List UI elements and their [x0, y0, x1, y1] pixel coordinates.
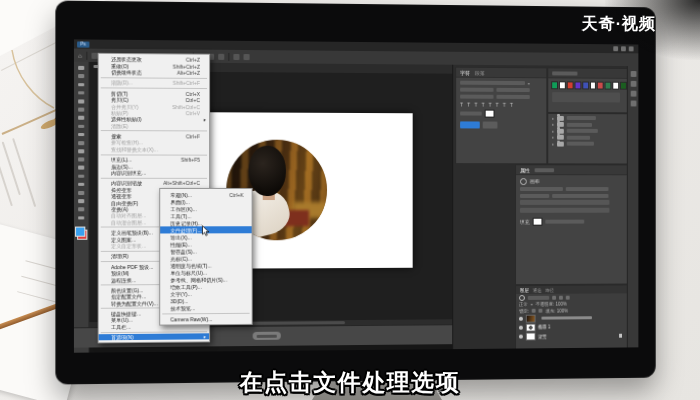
text-style-buttons[interactable]: T T T T T T T T — [456, 98, 546, 107]
submenu-item[interactable] — [162, 312, 249, 314]
color-swatch[interactable] — [551, 81, 558, 89]
tab-character[interactable]: 字符 — [460, 69, 470, 75]
font-size-field[interactable] — [460, 88, 493, 92]
photoshop-window: Ps ⌂ 自动选择: 图层 ▾ 显示变换控件 — [74, 39, 638, 352]
video-subtitle: 在点击文件处理选项 — [0, 367, 700, 398]
gradient-tool-icon[interactable] — [77, 148, 85, 154]
text-color-swatch[interactable] — [485, 110, 495, 118]
filter-type-select[interactable] — [528, 296, 549, 300]
align-right-icon[interactable] — [218, 53, 224, 59]
submenu-item[interactable]: 界面(I)... — [160, 198, 251, 205]
history-panel-icon[interactable] — [631, 71, 637, 77]
color-swatch[interactable] — [574, 81, 581, 89]
chevron-right-icon: ▸ — [552, 122, 554, 127]
zoom-tool-icon[interactable] — [77, 215, 85, 221]
menu-item[interactable]: 内容识别填充... — [99, 169, 209, 176]
hand-tool-icon[interactable] — [77, 206, 85, 212]
menu-item[interactable]: 渐隐(D)...Shift+Ctrl+F — [99, 79, 209, 86]
visibility-eye-icon[interactable] — [519, 326, 522, 329]
menu-item[interactable] — [101, 154, 207, 155]
lock-transparent-icon[interactable] — [532, 309, 536, 313]
menu-item[interactable]: 切换最终状态Alt+Ctrl+Z — [99, 69, 209, 76]
type-tool-icon[interactable] — [77, 181, 85, 187]
eraser-tool-icon[interactable] — [77, 140, 85, 146]
foreground-color-swatch[interactable] — [75, 226, 85, 236]
color-swatch[interactable] — [590, 82, 597, 90]
opacity-field[interactable]: 不透明度: 100% — [536, 302, 567, 307]
dodge-tool-icon[interactable] — [77, 165, 85, 171]
tab-properties[interactable]: 属性 — [520, 167, 530, 173]
marquee-tool-icon[interactable] — [77, 73, 85, 79]
submenu-item[interactable]: Camera Raw(W)... — [160, 315, 251, 323]
color-swatch[interactable] — [597, 82, 604, 90]
healing-brush-tool-icon[interactable] — [77, 115, 85, 121]
layer-thumbnail[interactable] — [525, 324, 535, 332]
brush-tool-icon[interactable] — [77, 123, 85, 129]
filter-icon[interactable] — [552, 296, 556, 300]
profile-select[interactable] — [520, 207, 609, 212]
width-field[interactable] — [520, 187, 563, 191]
color-swatch[interactable] — [567, 81, 574, 89]
menu-item[interactable] — [101, 87, 207, 89]
menu-item[interactable]: 清除(E) — [99, 122, 209, 129]
layer-thumbnail[interactable] — [525, 333, 535, 341]
video-frame: Ps ⌂ 自动选择: 图层 ▾ 显示变换控件 — [0, 0, 700, 400]
tab-layers[interactable]: 图层 — [520, 288, 529, 293]
submenu-item[interactable]: 常规(N)...Ctrl+K — [160, 191, 251, 198]
distribute-icon[interactable] — [233, 53, 239, 59]
collapsed-panel-strip — [627, 66, 639, 347]
clone-stamp-tool-icon[interactable] — [77, 131, 85, 137]
link-toggle[interactable] — [520, 193, 549, 197]
color-swatch[interactable] — [613, 82, 620, 90]
eyedropper-tool-icon[interactable] — [77, 106, 85, 112]
menu-item[interactable]: 首选项(N) — [99, 333, 209, 340]
layer-thumbnail[interactable] — [525, 314, 535, 322]
menu-item[interactable]: 查找和替换文本(X)... — [99, 146, 209, 153]
tab-channels[interactable]: 通道 — [533, 287, 542, 292]
resolution-field[interactable] — [552, 193, 608, 197]
fill-field[interactable]: 填充: 100% — [546, 308, 568, 313]
path-select-tool-icon[interactable] — [77, 190, 85, 196]
group-name-placeholder — [567, 123, 592, 127]
move-tool-icon[interactable] — [77, 65, 85, 71]
menu-item[interactable] — [101, 331, 207, 333]
tracking-field[interactable] — [496, 94, 529, 98]
adjustments-panel-icon[interactable] — [631, 81, 637, 87]
distribute-icon[interactable] — [244, 54, 250, 60]
cancel-button[interactable] — [483, 122, 498, 129]
filter-icon[interactable] — [566, 296, 570, 300]
home-icon[interactable]: ⌂ — [78, 52, 82, 58]
swatch-group-row[interactable]: ▸ — [548, 140, 627, 147]
color-swatch[interactable] — [582, 82, 589, 90]
mode-select[interactable] — [520, 200, 609, 205]
color-swatch[interactable] — [559, 81, 566, 89]
shape-tool-icon[interactable] — [77, 198, 85, 204]
submenu-item[interactable]: 技术预览... — [160, 304, 251, 312]
info-panel-icon[interactable] — [631, 101, 637, 107]
height-field[interactable] — [566, 187, 609, 191]
pen-tool-icon[interactable] — [77, 173, 85, 179]
tab-paragraph[interactable]: 段落 — [475, 69, 485, 75]
lasso-tool-icon[interactable] — [77, 81, 85, 87]
confirm-button[interactable] — [460, 121, 480, 128]
group-name-placeholder — [567, 129, 598, 133]
crop-tool-icon[interactable] — [77, 98, 85, 104]
lock-position-icon[interactable] — [539, 309, 543, 313]
kerning-field[interactable] — [460, 94, 493, 98]
visibility-eye-icon[interactable] — [519, 335, 522, 338]
blur-tool-icon[interactable] — [77, 156, 85, 162]
canvas-fill-swatch[interactable] — [533, 217, 543, 225]
blend-mode-select[interactable]: 正常 — [519, 302, 528, 307]
tab-paths[interactable]: 路径 — [545, 287, 554, 292]
menu-item[interactable] — [101, 130, 207, 131]
filter-icon[interactable] — [559, 296, 563, 300]
font-family-select[interactable] — [460, 81, 525, 85]
layer-row[interactable]: 背景 — [516, 331, 627, 341]
leading-field[interactable] — [496, 88, 529, 92]
menu-item[interactable] — [101, 77, 207, 79]
visibility-eye-icon[interactable] — [519, 317, 522, 320]
magic-wand-tool-icon[interactable] — [77, 90, 85, 96]
color-swatch[interactable] — [605, 82, 612, 90]
menu-item[interactable] — [101, 178, 207, 179]
libraries-panel-icon[interactable] — [631, 91, 637, 97]
